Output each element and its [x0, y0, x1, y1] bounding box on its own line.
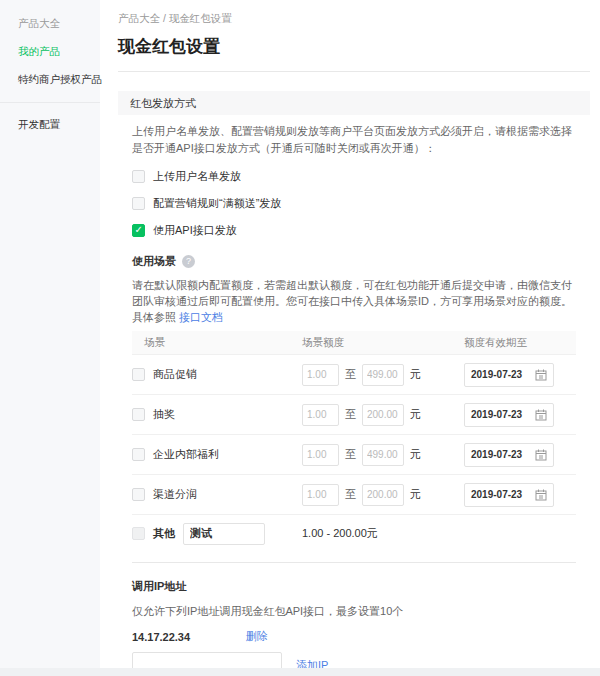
delete-ip-link[interactable]: 删除: [246, 629, 268, 644]
sidebar-item-authorized-products[interactable]: 特约商户授权产品: [0, 66, 100, 94]
scene-description: 请在默认限额内配置额度，若需超出默认额度，可在红包功能开通后提交申请，由微信支付…: [132, 277, 576, 325]
method-label: 上传用户名单发放: [153, 169, 241, 184]
calendar-icon[interactable]: [535, 369, 547, 381]
max-amount-input[interactable]: [362, 404, 404, 426]
table-row-employee-benefits: 企业内部福利 至 元 2019-07-23: [132, 434, 576, 474]
table-row-product-promotion: 商品促销 至 元 2019-07-23: [132, 354, 576, 394]
method-upload-user-list[interactable]: 上传用户名单发放: [132, 169, 576, 184]
column-header-quota: 场景额度: [302, 336, 464, 350]
unit-label: 元: [410, 487, 421, 502]
checkbox-unchecked-icon[interactable]: [132, 197, 145, 210]
to-label: 至: [345, 407, 356, 422]
checkbox-unchecked-icon[interactable]: [132, 448, 145, 461]
date-value: 2019-07-23: [471, 489, 522, 500]
min-amount-input[interactable]: [302, 404, 339, 426]
ip-address: 14.17.22.34: [132, 631, 246, 643]
scene-table-header: 场景 场景额度 额度有效期至: [132, 331, 576, 354]
max-amount-input[interactable]: [362, 364, 404, 386]
scene-name: 其他: [153, 526, 175, 541]
unit-label: 元: [410, 447, 421, 462]
ip-entry-row: 14.17.22.34 删除: [132, 629, 576, 644]
date-picker[interactable]: 2019-07-23: [464, 403, 554, 427]
table-row-other: 其他 1.00 - 200.00元: [132, 514, 576, 552]
main-content: 产品大全 / 现金红包设置 现金红包设置 红包发放方式 上传用户名单发放、配置营…: [100, 0, 600, 676]
date-picker[interactable]: 2019-07-23: [464, 363, 554, 387]
min-amount-input[interactable]: [302, 444, 339, 466]
date-picker[interactable]: 2019-07-23: [464, 483, 554, 507]
calendar-icon[interactable]: [535, 409, 547, 421]
scene-section-title: 使用场景: [132, 254, 176, 269]
checkbox-checked-icon[interactable]: [132, 224, 145, 237]
sidebar-divider: [0, 102, 100, 103]
quota-range-text: 1.00 - 200.00元: [302, 526, 378, 541]
sidebar: 产品大全 我的产品 特约商户授权产品 开发配置: [0, 0, 100, 668]
other-scene-input[interactable]: [183, 523, 265, 545]
date-value: 2019-07-23: [471, 409, 522, 420]
method-label: 配置营销规则“满额送”发放: [153, 196, 281, 211]
api-doc-link[interactable]: 接口文档: [179, 311, 223, 323]
calendar-icon[interactable]: [535, 449, 547, 461]
panel-header-distribution-method: 红包发放方式: [118, 91, 590, 115]
unit-label: 元: [410, 407, 421, 422]
page: 产品大全 我的产品 特约商户授权产品 开发配置 产品大全 / 现金红包设置 现金…: [0, 0, 600, 676]
to-label: 至: [345, 487, 356, 502]
distribution-intro-text: 上传用户名单发放、配置营销规则发放等商户平台页面发放方式必须开启，请根据需求选择…: [132, 123, 576, 157]
sidebar-item-product-catalog[interactable]: 产品大全: [0, 10, 100, 38]
checkbox-disabled-icon[interactable]: [132, 527, 145, 540]
title-divider: [118, 71, 590, 72]
min-amount-input[interactable]: [302, 484, 339, 506]
unit-label: 元: [410, 367, 421, 382]
max-amount-input[interactable]: [362, 444, 404, 466]
sidebar-item-dev-config[interactable]: 开发配置: [0, 111, 100, 139]
method-label: 使用API接口发放: [153, 223, 237, 238]
red-packet-panel: 红包发放方式 上传用户名单发放、配置营销规则发放等商户平台页面发放方式必须开启，…: [118, 91, 590, 676]
section-divider: [132, 562, 576, 563]
method-api[interactable]: 使用API接口发放: [132, 223, 576, 238]
ip-section-description: 仅允许下列IP地址调用现金红包API接口，最多设置10个: [132, 604, 576, 619]
scene-table: 场景 场景额度 额度有效期至 商品促销 至 元: [132, 331, 576, 552]
bottom-strip: [0, 668, 600, 676]
column-header-valid-until: 额度有效期至: [464, 336, 576, 350]
table-row-lottery: 抽奖 至 元 2019-07-23: [132, 394, 576, 434]
method-marketing-rule[interactable]: 配置营销规则“满额送”发放: [132, 196, 576, 211]
checkbox-unchecked-icon[interactable]: [132, 368, 145, 381]
date-value: 2019-07-23: [471, 369, 522, 380]
date-picker[interactable]: 2019-07-23: [464, 443, 554, 467]
sidebar-item-my-products[interactable]: 我的产品: [0, 38, 100, 66]
date-value: 2019-07-23: [471, 449, 522, 460]
calendar-icon[interactable]: [535, 489, 547, 501]
to-label: 至: [345, 367, 356, 382]
max-amount-input[interactable]: [362, 484, 404, 506]
page-title: 现金红包设置: [118, 35, 590, 58]
to-label: 至: [345, 447, 356, 462]
checkbox-unchecked-icon[interactable]: [132, 170, 145, 183]
ip-section-title: 调用IP地址: [132, 579, 576, 594]
table-row-channel-profit: 渠道分润 至 元 2019-07-23: [132, 474, 576, 514]
scene-name: 企业内部福利: [153, 447, 219, 462]
help-icon[interactable]: ?: [182, 255, 195, 268]
scene-name: 商品促销: [153, 367, 197, 382]
column-header-scene: 场景: [132, 336, 302, 350]
min-amount-input[interactable]: [302, 364, 339, 386]
checkbox-unchecked-icon[interactable]: [132, 488, 145, 501]
breadcrumb[interactable]: 产品大全 / 现金红包设置: [118, 12, 590, 26]
scene-name: 渠道分润: [153, 487, 197, 502]
checkbox-unchecked-icon[interactable]: [132, 408, 145, 421]
scene-name: 抽奖: [153, 407, 175, 422]
